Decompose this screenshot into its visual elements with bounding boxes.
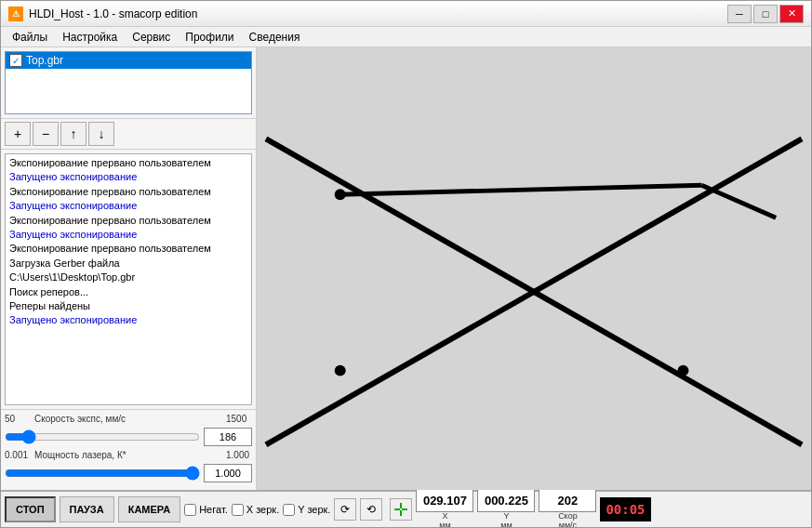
svg-point-5: [335, 189, 346, 200]
move-down-button[interactable]: ↓: [88, 122, 114, 146]
log-line: Реперы найдены: [9, 299, 247, 313]
coord-y-label: Yмм: [500, 512, 512, 528]
negat-checkbox-label[interactable]: Негат.: [184, 504, 228, 516]
file-list[interactable]: ✓ Top.gbr: [5, 51, 252, 114]
controls-area: 50 Скорость экспс, мм/с 1500 0.001 Мощно…: [1, 409, 256, 490]
menu-profiles[interactable]: Профили: [178, 29, 241, 46]
power-input[interactable]: [204, 464, 252, 482]
canvas-area: [257, 47, 811, 490]
power-label: Мощность лазера, К*: [34, 450, 222, 460]
pause-button[interactable]: ПАУЗА: [60, 496, 114, 522]
file-item[interactable]: ✓ Top.gbr: [6, 52, 251, 69]
x-mirror-checkbox[interactable]: [232, 504, 244, 516]
log-line: Запущено экспонирование: [9, 199, 247, 213]
svg-point-6: [677, 365, 688, 376]
bottom-bar: СТОП ПАУЗА КАМЕРА Негат. X зерк. Y зерк.…: [1, 490, 811, 527]
move-up-button[interactable]: ↑: [60, 122, 87, 146]
log-line: Экспонирование прервано пользователем: [9, 185, 247, 199]
menu-files[interactable]: Файлы: [5, 29, 55, 46]
coord-x-group: 029.107 Xмм: [416, 488, 473, 528]
svg-rect-10: [400, 503, 402, 508]
gerber-view: [257, 47, 811, 490]
file-name: Top.gbr: [26, 54, 63, 67]
negat-checkbox[interactable]: [184, 504, 196, 516]
speed-input[interactable]: [204, 428, 252, 446]
remove-layer-button[interactable]: −: [33, 122, 59, 146]
title-text: HLDI_Host - 1.0 - smacorp edition: [29, 7, 727, 20]
speed-display-label: Скормм/с: [558, 512, 578, 528]
maximize-button[interactable]: □: [753, 5, 778, 23]
coord-y-display: 000.225: [477, 488, 535, 512]
power-min-label: 0.001: [5, 450, 31, 460]
y-mirror-checkbox[interactable]: [283, 504, 295, 516]
log-line: Загрузка Gerber файла C:\Users\1\Desktop…: [9, 257, 247, 285]
title-bar: ⚠ HLDI_Host - 1.0 - smacorp edition ─ □ …: [1, 1, 811, 27]
power-max-label: 1.000: [226, 450, 252, 460]
log-line: Экспонирование прервано пользователем: [9, 242, 247, 256]
scatter-icon[interactable]: [390, 498, 412, 521]
file-checkbox[interactable]: ✓: [9, 54, 22, 67]
log-line: Экспонирование прервано пользователем: [9, 156, 247, 170]
scatter-icon-group: [390, 498, 412, 521]
time-display: 00:05: [600, 497, 650, 521]
speed-row: 50 Скорость экспс, мм/с 1500: [5, 414, 252, 424]
y-mirror-checkbox-label[interactable]: Y зерк.: [283, 504, 330, 516]
speed-min-label: 50: [5, 414, 31, 424]
y-mirror-label: Y зерк.: [298, 504, 330, 515]
log-line: Запущено экспонирование: [9, 313, 247, 327]
log-line: Запущено экспонирование: [9, 170, 247, 184]
menu-about[interactable]: Сведения: [242, 29, 308, 46]
speed-display-group: 202 Скормм/с: [539, 488, 596, 528]
canvas-panel: [257, 47, 811, 490]
minimize-button[interactable]: ─: [727, 5, 752, 23]
layer-toolbar: + − ↑ ↓: [1, 118, 256, 150]
svg-rect-9: [402, 508, 407, 510]
main-layout: ✓ Top.gbr + − ↑ ↓ Экспонирование прерван…: [1, 47, 811, 490]
svg-rect-0: [257, 84, 811, 455]
svg-rect-8: [394, 508, 400, 510]
speed-display: 202: [539, 488, 596, 512]
window-controls: ─ □ ✕: [727, 5, 804, 23]
svg-point-7: [335, 365, 346, 376]
speed-max-label: 1500: [226, 414, 252, 424]
speed-slider[interactable]: [5, 430, 200, 443]
menu-settings[interactable]: Настройка: [55, 29, 125, 46]
power-slider[interactable]: [5, 467, 200, 480]
add-layer-button[interactable]: +: [5, 122, 31, 146]
menu-service[interactable]: Сервис: [125, 29, 178, 46]
speed-slider-container: [5, 430, 200, 443]
menu-bar: Файлы Настройка Сервис Профили Сведения: [1, 27, 811, 47]
power-row: 0.001 Мощность лазера, К* 1.000: [5, 450, 252, 460]
icon-btn-1[interactable]: ⟳: [334, 498, 356, 521]
speed-label: Скорость экспс, мм/с: [34, 414, 222, 424]
log-area: Экспонирование прервано пользователемЗап…: [5, 153, 252, 405]
speed-slider-row: [5, 428, 252, 446]
coord-y-group: 000.225 Yмм: [477, 488, 535, 528]
coord-x-label: Xмм: [439, 512, 450, 528]
x-mirror-label: X зерк.: [246, 504, 279, 515]
coord-x-display: 029.107: [416, 488, 473, 512]
app-icon: ⚠: [8, 7, 23, 21]
stop-button[interactable]: СТОП: [5, 496, 56, 522]
close-button[interactable]: ✕: [779, 5, 804, 23]
log-line: Запущено экспонирование: [9, 228, 247, 242]
log-line: Поиск реперов...: [9, 285, 247, 299]
x-mirror-checkbox-label[interactable]: X зерк.: [232, 504, 279, 516]
negat-label: Негат.: [199, 504, 228, 515]
svg-rect-11: [400, 510, 402, 516]
log-line: Экспонирование прервано пользователем: [9, 214, 247, 228]
camera-button[interactable]: КАМЕРА: [118, 496, 180, 522]
left-panel: ✓ Top.gbr + − ↑ ↓ Экспонирование прерван…: [1, 47, 257, 490]
icon-btn-2[interactable]: ⟲: [360, 498, 382, 521]
power-slider-row: [5, 464, 252, 482]
power-slider-container: [5, 467, 200, 480]
